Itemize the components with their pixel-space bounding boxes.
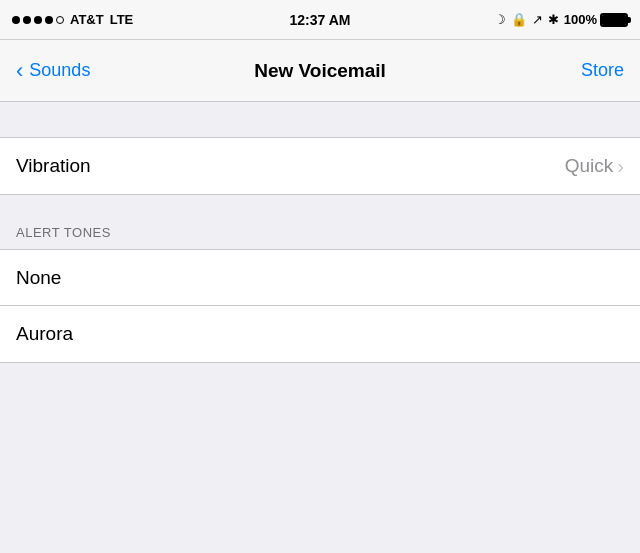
vibration-section: Vibration Quick ›: [0, 137, 640, 195]
tone-row-none[interactable]: None: [0, 250, 640, 306]
tone-aurora-label: Aurora: [16, 323, 73, 345]
alert-tones-table: None Aurora: [0, 249, 640, 363]
bluetooth-icon: ✱: [548, 12, 559, 27]
vibration-row[interactable]: Vibration Quick ›: [0, 138, 640, 194]
lock-icon: 🔒: [511, 12, 527, 27]
moon-icon: ☽: [494, 12, 506, 27]
vibration-chevron-icon: ›: [617, 155, 624, 178]
signal-bars: [12, 16, 64, 24]
status-left: AT&T LTE: [12, 12, 133, 27]
store-button[interactable]: Store: [581, 60, 624, 81]
signal-dot-2: [23, 16, 31, 24]
vibration-label: Vibration: [16, 155, 91, 177]
status-right: ☽ 🔒 ↗ ✱ 100%: [494, 12, 628, 27]
battery-fill: [602, 15, 626, 25]
battery-icon: [600, 13, 628, 27]
back-label: Sounds: [29, 60, 90, 81]
back-button[interactable]: ‹ Sounds: [16, 58, 90, 84]
alert-tones-section: ALERT TONES None Aurora: [0, 195, 640, 363]
battery-container: 100%: [564, 12, 628, 27]
content-area: Vibration Quick › ALERT TONES None Auror…: [0, 102, 640, 363]
battery-percent: 100%: [564, 12, 597, 27]
nav-bar: ‹ Sounds New Voicemail Store: [0, 40, 640, 102]
signal-dot-1: [12, 16, 20, 24]
signal-dot-5: [56, 16, 64, 24]
page-title: New Voicemail: [254, 60, 386, 82]
alert-tones-header: ALERT TONES: [0, 205, 640, 249]
top-spacer: [0, 102, 640, 137]
signal-dot-4: [45, 16, 53, 24]
alert-tones-header-label: ALERT TONES: [16, 225, 111, 240]
signal-dot-3: [34, 16, 42, 24]
location-icon: ↗: [532, 12, 543, 27]
network-type: LTE: [110, 12, 134, 27]
carrier-name: AT&T: [70, 12, 104, 27]
status-time: 12:37 AM: [290, 12, 351, 28]
back-chevron-icon: ‹: [16, 58, 23, 84]
vibration-value: Quick: [565, 155, 614, 177]
vibration-value-container: Quick ›: [565, 155, 624, 178]
tone-none-label: None: [16, 267, 61, 289]
tone-row-aurora[interactable]: Aurora: [0, 306, 640, 362]
status-bar: AT&T LTE 12:37 AM ☽ 🔒 ↗ ✱ 100%: [0, 0, 640, 40]
